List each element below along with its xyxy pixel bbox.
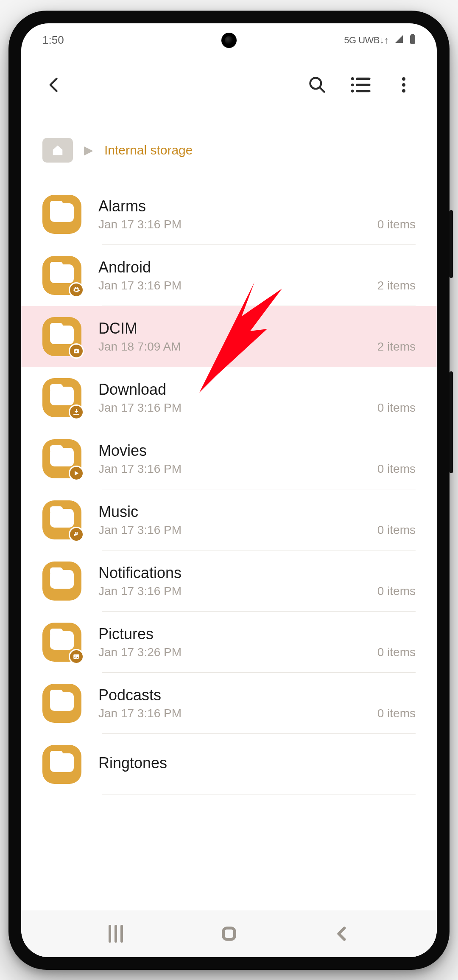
folder-row-music[interactable]: MusicJan 17 3:16 PM0 items — [21, 489, 437, 550]
folder-icon — [42, 195, 81, 234]
screen: 1:50 5G UWB↓↑ — [21, 23, 437, 957]
folder-meta: AlarmsJan 17 3:16 PM0 items — [98, 197, 416, 231]
svg-rect-14 — [223, 928, 235, 939]
svg-rect-0 — [410, 35, 415, 44]
chevron-left-icon — [334, 925, 351, 942]
folder-item-count: 0 items — [377, 707, 416, 720]
nav-back-button[interactable] — [325, 917, 359, 951]
recent-apps-icon — [109, 925, 123, 943]
folder-meta: AndroidJan 17 3:16 PM2 items — [98, 258, 416, 292]
list-view-icon — [350, 74, 371, 95]
folder-name: Ringtones — [98, 754, 416, 772]
search-icon — [308, 76, 327, 94]
image-badge-icon — [69, 649, 84, 664]
view-toggle-button[interactable] — [349, 73, 372, 97]
folder-meta: Ringtones — [98, 754, 416, 775]
nav-recent-button[interactable] — [99, 917, 133, 951]
folder-icon — [42, 378, 81, 417]
download-badge-icon — [69, 404, 84, 420]
status-time: 1:50 — [42, 34, 64, 47]
folder-meta: NotificationsJan 17 3:16 PM0 items — [98, 564, 416, 598]
camera-badge-icon — [69, 343, 84, 359]
folder-item-count: 0 items — [377, 462, 416, 476]
folder-meta: MusicJan 17 3:16 PM0 items — [98, 503, 416, 537]
folder-item-count: 0 items — [377, 646, 416, 659]
folder-row-android[interactable]: AndroidJan 17 3:16 PM2 items — [21, 245, 437, 306]
folder-name: Music — [98, 503, 416, 521]
folder-name: Download — [98, 381, 416, 399]
folder-row-notifications[interactable]: NotificationsJan 17 3:16 PM0 items — [21, 550, 437, 612]
folder-meta: PodcastsJan 17 3:16 PM0 items — [98, 686, 416, 720]
gear-badge-icon — [69, 282, 84, 298]
folder-row-pictures[interactable]: PicturesJan 17 3:26 PM0 items — [21, 612, 437, 673]
folder-name: DCIM — [98, 320, 416, 337]
folder-meta: PicturesJan 17 3:26 PM0 items — [98, 625, 416, 659]
svg-point-4 — [351, 77, 354, 80]
home-icon — [51, 144, 64, 157]
breadcrumb-separator-icon: ▶ — [84, 143, 93, 157]
folder-meta: MoviesJan 17 3:16 PM0 items — [98, 442, 416, 476]
signal-icon — [394, 34, 404, 46]
folder-meta: DownloadJan 17 3:16 PM0 items — [98, 381, 416, 415]
folder-row-movies[interactable]: MoviesJan 17 3:16 PM0 items — [21, 428, 437, 489]
search-button[interactable] — [305, 73, 329, 97]
folder-item-count: 0 items — [377, 584, 416, 598]
play-badge-icon — [69, 466, 84, 481]
svg-point-10 — [75, 350, 78, 352]
system-nav-bar — [21, 910, 437, 957]
folder-date: Jan 17 3:26 PM — [98, 646, 182, 659]
network-type-label: 5G UWB↓↑ — [344, 35, 388, 46]
folder-date: Jan 17 3:16 PM — [98, 584, 182, 598]
battery-icon — [410, 34, 416, 47]
folder-icon — [42, 500, 81, 539]
kebab-icon — [402, 75, 405, 95]
folder-icon — [42, 684, 81, 723]
folder-date: Jan 17 3:16 PM — [98, 279, 182, 292]
volume-button — [450, 210, 453, 278]
folder-icon — [42, 317, 81, 356]
folder-icon — [42, 439, 81, 478]
folder-name: Pictures — [98, 625, 416, 643]
more-options-button[interactable] — [392, 73, 416, 97]
folder-row-download[interactable]: DownloadJan 17 3:16 PM0 items — [21, 367, 437, 428]
folder-row-podcasts[interactable]: PodcastsJan 17 3:16 PM0 items — [21, 673, 437, 734]
folder-date: Jan 17 3:16 PM — [98, 401, 182, 415]
folder-icon — [42, 623, 81, 662]
folder-row-dcim[interactable]: DCIMJan 18 7:09 AM2 items — [21, 306, 437, 367]
folder-date: Jan 17 3:16 PM — [98, 462, 182, 476]
app-toolbar — [21, 57, 437, 112]
folder-row-alarms[interactable]: AlarmsJan 17 3:16 PM0 items — [21, 184, 437, 245]
folder-item-count: 2 items — [377, 279, 416, 292]
folder-icon — [42, 256, 81, 295]
breadcrumb-current[interactable]: Internal storage — [104, 143, 193, 157]
folder-icon — [42, 562, 81, 601]
home-outline-icon — [221, 925, 237, 942]
folder-item-count: 2 items — [377, 340, 416, 354]
chevron-left-icon — [45, 76, 64, 94]
music-badge-icon — [69, 527, 84, 542]
svg-line-3 — [320, 87, 324, 92]
folder-date: Jan 17 3:16 PM — [98, 523, 182, 537]
folder-icon — [42, 745, 81, 784]
phone-frame: 1:50 5G UWB↓↑ — [8, 11, 450, 970]
folder-item-count: 0 items — [377, 218, 416, 231]
folder-item-count: 0 items — [377, 523, 416, 537]
svg-point-6 — [351, 83, 354, 86]
nav-home-button[interactable] — [212, 917, 246, 951]
folder-date: Jan 17 3:16 PM — [98, 707, 182, 720]
svg-point-8 — [351, 90, 354, 93]
folder-meta: DCIMJan 18 7:09 AM2 items — [98, 320, 416, 354]
folder-item-count: 0 items — [377, 401, 416, 415]
breadcrumb: ▶ Internal storage — [21, 112, 437, 184]
folder-date: Jan 17 3:16 PM — [98, 218, 182, 231]
folder-name: Notifications — [98, 564, 416, 582]
breadcrumb-home-button[interactable] — [42, 138, 73, 163]
back-button[interactable] — [42, 73, 66, 97]
svg-point-12 — [75, 655, 75, 656]
svg-rect-1 — [411, 34, 414, 35]
folder-list: AlarmsJan 17 3:16 PM0 itemsAndroidJan 17… — [21, 184, 437, 795]
folder-name: Movies — [98, 442, 416, 460]
folder-name: Podcasts — [98, 686, 416, 704]
front-camera-notch — [221, 33, 237, 48]
folder-row-ringtones[interactable]: Ringtones — [21, 734, 437, 795]
